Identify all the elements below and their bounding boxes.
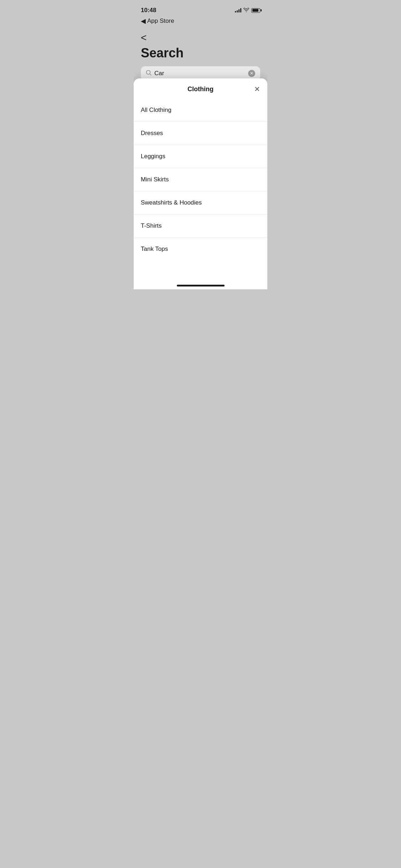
- sheet-close-button[interactable]: ✕: [254, 85, 260, 93]
- app-store-nav[interactable]: ◀ App Store: [134, 16, 267, 26]
- signal-icon: [235, 8, 241, 12]
- search-icon: [146, 70, 151, 77]
- svg-line-1: [150, 74, 151, 75]
- menu-item-dresses[interactable]: Dresses: [134, 122, 267, 145]
- wifi-icon: [243, 7, 249, 13]
- status-bar: 10:48: [134, 0, 267, 16]
- menu-item-tank-tops[interactable]: Tank Tops: [134, 238, 267, 260]
- search-value: Car: [154, 70, 248, 77]
- search-clear-button[interactable]: ✕: [248, 70, 255, 77]
- sheet-header: Clothing ✕: [134, 78, 267, 99]
- back-chevron-icon[interactable]: <: [141, 32, 260, 43]
- menu-item-leggings[interactable]: Leggings: [134, 145, 267, 168]
- menu-item-tshirts[interactable]: T-Shirts: [134, 215, 267, 238]
- bottom-sheet: Clothing ✕ All Clothing Dresses Leggings…: [134, 78, 267, 289]
- page-title: Search: [141, 46, 260, 61]
- battery-icon: [251, 8, 260, 13]
- menu-list: All Clothing Dresses Leggings Mini Skirt…: [134, 99, 267, 260]
- menu-item-sweatshirts[interactable]: Sweatshirts & Hoodies: [134, 191, 267, 215]
- menu-item-all-clothing[interactable]: All Clothing: [134, 99, 267, 122]
- menu-item-mini-skirts[interactable]: Mini Skirts: [134, 168, 267, 191]
- app-store-label: App Store: [147, 17, 174, 25]
- sheet-title: Clothing: [187, 86, 214, 93]
- status-time: 10:48: [141, 7, 156, 14]
- home-indicator: [177, 285, 225, 286]
- status-icons: [235, 7, 260, 13]
- back-arrow-icon: ◀: [141, 17, 146, 25]
